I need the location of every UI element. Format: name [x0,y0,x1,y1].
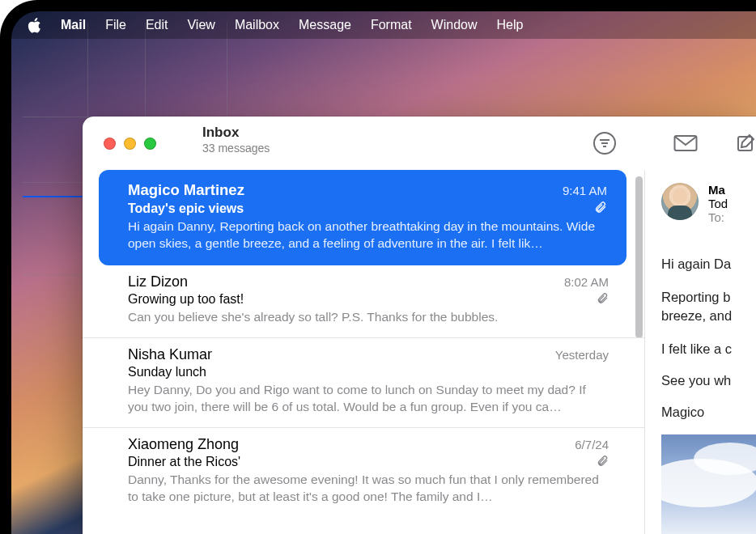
close-button[interactable] [104,138,116,150]
message-item[interactable]: Xiaomeng Zhong 6/7/24 Dinner at the Rico… [83,428,644,517]
message-preview: Hi again Danny, Reporting back on anothe… [128,218,607,252]
body-line: Reporting b [661,290,730,304]
message-body: Hi again Da Reporting b breeze, and I fe… [661,256,756,420]
message-from: Magico Martinez [128,181,244,199]
message-list[interactable]: Magico Martinez 9:41 AM Today's epic vie… [83,170,644,534]
message-subject: Growing up too fast! [128,292,244,307]
apple-menu-icon[interactable] [28,18,41,33]
filter-button[interactable] [588,129,622,157]
message-date: 9:41 AM [563,184,607,197]
menu-window[interactable]: Window [431,18,478,32]
avatar[interactable] [661,183,699,220]
message-date: 6/7/24 [575,438,609,451]
mailbox-title: Inbox [202,125,270,141]
message-item[interactable]: Magico Martinez 9:41 AM Today's epic vie… [99,170,626,265]
body-line: breeze, and [661,308,732,323]
body-line: Hi again Da [661,256,756,272]
menu-bar: Mail File Edit View Mailbox Message Form… [11,11,756,39]
reader-subject: Tod [708,197,728,210]
attachment-icon [594,201,607,216]
message-preview: Hey Danny, Do you and Rigo want to come … [128,382,609,416]
message-item[interactable]: Nisha Kumar Yesterday Sunday lunch Hey D… [83,338,644,428]
inline-image[interactable] [661,434,756,534]
menu-format[interactable]: Format [371,18,412,32]
device-frame: Mail File Edit View Mailbox Message Form… [0,0,756,534]
message-preview: Danny, Thanks for the awesome evening! I… [128,472,609,506]
compose-button[interactable] [730,129,756,157]
reader-to: To: [708,210,728,224]
menu-file[interactable]: File [105,18,126,32]
mail-window: Inbox 33 messages [83,117,756,534]
body-line: Magico [661,405,756,420]
message-date: Yesterday [555,348,609,362]
message-subject: Dinner at the Ricos' [128,455,240,469]
message-date: 8:02 AM [564,275,609,289]
message-from: Liz Dizon [128,273,188,290]
menu-view[interactable]: View [187,18,214,32]
message-preview: Can you believe she's already so tall? P… [128,309,609,326]
menu-mailbox[interactable]: Mailbox [235,18,279,32]
message-from: Xiaomeng Zhong [128,436,239,453]
minimize-button[interactable] [124,138,136,150]
menu-message[interactable]: Message [299,18,351,32]
body-line: See you wh [661,373,756,388]
zoom-button[interactable] [144,138,156,150]
window-controls [104,138,156,150]
body-line: I felt like a c [661,341,756,357]
message-header: Ma Tod To: [661,183,756,224]
message-from: Nisha Kumar [128,346,212,363]
attachment-icon [597,292,609,307]
app-menu[interactable]: Mail [61,18,86,32]
mailbox-subtitle: 33 messages [202,142,270,155]
compose-icon [737,133,756,154]
message-subject: Sunday lunch [128,365,206,379]
attachment-icon [597,455,609,469]
content-area: Magico Martinez 9:41 AM Today's epic vie… [83,170,756,534]
menu-help[interactable]: Help [497,18,524,32]
envelope-icon [673,134,698,152]
toolbar: Inbox 33 messages [83,117,756,170]
desktop: Mail File Edit View Mailbox Message Form… [11,11,756,534]
reading-pane: Ma Tod To: Hi again Da Reporting b breez… [644,170,756,534]
filter-icon [593,132,616,155]
inbox-button[interactable] [669,129,703,157]
menu-edit[interactable]: Edit [146,18,168,32]
message-item[interactable]: Liz Dizon 8:02 AM Growing up too fast! C… [83,265,644,338]
reader-from: Ma [708,183,728,197]
message-subject: Today's epic views [128,201,244,216]
mailbox-title-block: Inbox 33 messages [202,125,270,155]
